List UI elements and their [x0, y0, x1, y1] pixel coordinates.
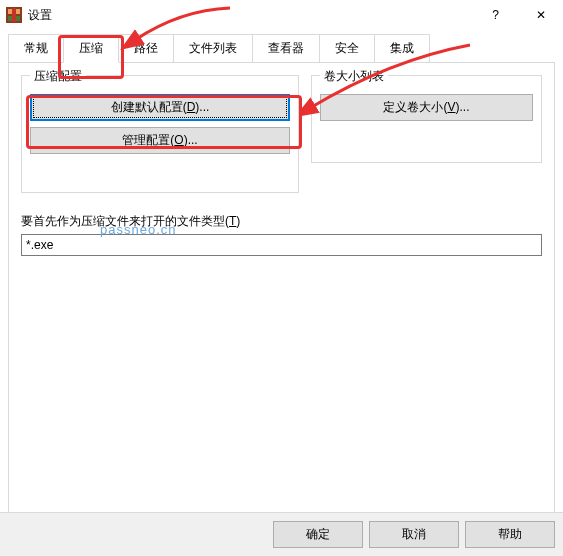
define-volume-size-button[interactable]: 定义卷大小(V)...: [320, 94, 533, 121]
group-volume-list: 卷大小列表 定义卷大小(V)...: [311, 75, 542, 163]
ok-button[interactable]: 确定: [273, 521, 363, 548]
app-icon: [6, 7, 22, 23]
tab-compression[interactable]: 压缩: [63, 34, 119, 63]
help-button[interactable]: ?: [473, 0, 518, 30]
group-compress-profile: 压缩配置 创建默认配置(D)... 管理配置(O)...: [21, 75, 299, 193]
close-button[interactable]: ✕: [518, 0, 563, 30]
tab-filelist[interactable]: 文件列表: [173, 34, 253, 62]
dialog-footer: 确定 取消 帮助: [0, 512, 563, 556]
window-title: 设置: [28, 7, 473, 24]
tab-general[interactable]: 常规: [8, 34, 64, 62]
svg-rect-3: [12, 8, 16, 22]
tab-panel: 压缩配置 创建默认配置(D)... 管理配置(O)... 卷大小列表 定义卷大小…: [8, 62, 555, 528]
help-footer-button[interactable]: 帮助: [465, 521, 555, 548]
group-compress-legend: 压缩配置: [30, 68, 86, 85]
create-default-profile-button[interactable]: 创建默认配置(D)...: [30, 94, 290, 121]
tab-viewer[interactable]: 查看器: [252, 34, 320, 62]
tab-path[interactable]: 路径: [118, 34, 174, 62]
filetype-input[interactable]: [21, 234, 542, 256]
tab-strip: 常规 压缩 路径 文件列表 查看器 安全 集成: [8, 34, 555, 62]
filetype-label: 要首先作为压缩文件来打开的文件类型(T): [21, 213, 542, 230]
tab-security[interactable]: 安全: [319, 34, 375, 62]
titlebar: 设置 ? ✕: [0, 0, 563, 30]
cancel-button[interactable]: 取消: [369, 521, 459, 548]
tab-integration[interactable]: 集成: [374, 34, 430, 62]
group-volume-legend: 卷大小列表: [320, 68, 388, 85]
manage-profile-button[interactable]: 管理配置(O)...: [30, 127, 290, 154]
